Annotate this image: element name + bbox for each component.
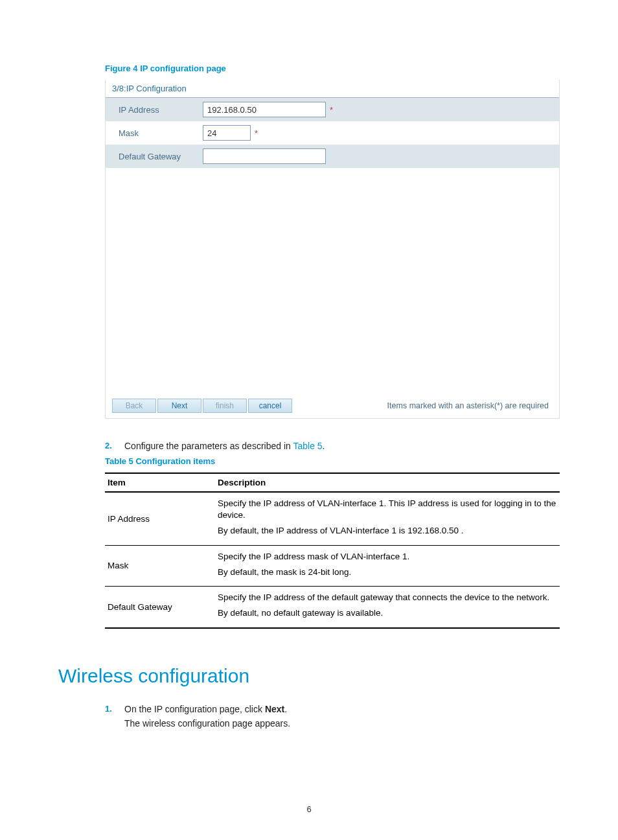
table-row: Mask Specify the IP address mask of VLAN… (105, 545, 560, 586)
step1-prefix: On the IP configuration page, click (124, 704, 265, 714)
cell-desc: Specify the IP address of VLAN-interface… (215, 492, 560, 545)
wizard-step-header: 3/8:IP Configuration (106, 80, 559, 98)
page-number: 6 (0, 804, 618, 814)
step1-bold: Next (265, 704, 284, 714)
table-row: Default Gateway Specify the IP address o… (105, 587, 560, 628)
table-row: IP Address Specify the IP address of VLA… (105, 492, 560, 545)
ip-config-screenshot: 3/8:IP Configuration IP Address * Mask *… (105, 80, 560, 419)
th-description: Description (215, 473, 560, 492)
label-default-gateway: Default Gateway (119, 152, 203, 161)
step1-suffix: . (284, 704, 287, 714)
cancel-button[interactable]: cancel (248, 399, 292, 413)
finish-button[interactable]: finish (203, 399, 247, 413)
row-default-gateway: Default Gateway (106, 145, 559, 168)
input-ip-address[interactable] (203, 102, 326, 117)
next-button[interactable]: Next (157, 399, 201, 413)
step-number: 2. (105, 441, 124, 451)
cell-item: IP Address (105, 492, 215, 545)
step-2: 2. Configure the parameters as described… (105, 441, 560, 451)
step-number: 1. (105, 704, 124, 729)
required-note: Items marked with an asterisk(*) are req… (387, 401, 553, 410)
figure-caption: Figure 4 IP configuration page (105, 64, 560, 73)
label-ip-address: IP Address (119, 105, 203, 115)
config-items-table: Item Description IP Address Specify the … (105, 472, 560, 629)
required-asterisk: * (255, 128, 258, 138)
row-ip-address: IP Address * (106, 98, 559, 121)
table-caption: Table 5 Configuration items (105, 456, 560, 466)
cell-desc: Specify the IP address of the default ga… (215, 587, 560, 628)
step-1: 1. On the IP configuration page, click N… (105, 704, 560, 729)
row-mask: Mask * (106, 121, 559, 145)
back-button[interactable]: Back (112, 399, 156, 413)
th-item: Item (105, 473, 215, 492)
label-mask: Mask (119, 128, 203, 138)
cell-desc: Specify the IP address mask of VLAN-inte… (215, 545, 560, 586)
required-asterisk: * (330, 105, 333, 115)
section-heading-wireless: Wireless configuration (58, 665, 560, 687)
input-default-gateway[interactable] (203, 148, 326, 164)
step-text-prefix: Configure the parameters as described in (124, 441, 293, 451)
cell-item: Default Gateway (105, 587, 215, 628)
step1-sub: The wireless configuration page appears. (124, 718, 290, 729)
input-mask[interactable] (203, 125, 251, 141)
table5-link[interactable]: Table 5 (293, 441, 322, 451)
step-text-suffix: . (323, 441, 325, 451)
cell-item: Mask (105, 545, 215, 586)
